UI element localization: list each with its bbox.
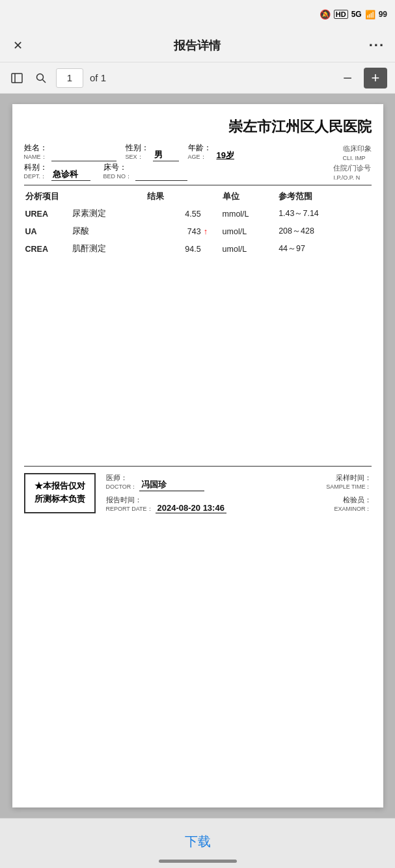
col-header-result: 结果	[146, 188, 202, 205]
examiner-label: 检验员：	[334, 495, 371, 505]
zoom-out-button[interactable]: −	[338, 68, 357, 88]
status-bar: 🔕 HD 5G 📶 99	[0, 0, 395, 29]
result-name: 尿素测定	[71, 205, 146, 223]
table-row: CREA 肌酐测定 94.5 umol/L 44～97	[24, 240, 372, 258]
sample-time-label-en: SAMPLE TIME：	[326, 483, 371, 491]
result-value: 4.55	[146, 205, 202, 223]
page-title: 报告详情	[174, 38, 221, 53]
dept-label-en: DEPT.：	[24, 172, 47, 181]
zoom-in-button[interactable]: +	[364, 68, 387, 88]
close-button[interactable]: ✕	[10, 36, 25, 55]
name-label-en: NAME：	[24, 153, 47, 161]
col-header-unit: 单位	[221, 188, 278, 205]
svg-point-2	[37, 74, 44, 80]
bottom-bar: 下载	[0, 818, 395, 868]
result-flag	[202, 240, 221, 258]
signal-label: 5G	[351, 10, 362, 19]
toolbar: of 1 − +	[0, 62, 395, 94]
result-value: 743	[146, 223, 202, 240]
results-table: 分析项目 结果 单位 参考范围 UREA 尿素测定 4.55 mmol/L 1.…	[24, 188, 372, 258]
bed-label-en: BED NO：	[103, 172, 132, 181]
battery-icon: 99	[379, 10, 387, 19]
result-range: 44～97	[277, 240, 371, 258]
report-footer: ★本报告仅对 所测标本负责 医师： DOCTOR： 冯国珍 采样时间： SAMP…	[24, 466, 372, 513]
table-top-divider	[24, 185, 372, 185]
result-flag: ↑	[202, 223, 221, 240]
bed-label: 床号：	[103, 163, 127, 172]
page-number-input[interactable]	[56, 68, 83, 88]
page-total: of 1	[90, 72, 106, 83]
result-range: 208～428	[277, 223, 371, 240]
svg-line-3	[43, 79, 46, 83]
result-code: UREA	[24, 205, 71, 223]
age-value: 19岁	[215, 150, 248, 161]
report-date-label: 报告时间：	[106, 495, 142, 505]
empty-area	[24, 258, 372, 453]
disclaimer-stamp: ★本报告仅对 所测标本负责	[24, 473, 96, 513]
name-label: 姓名：	[24, 143, 48, 153]
col-header-flag	[202, 188, 221, 205]
svg-rect-0	[12, 74, 22, 83]
result-range: 1.43～7.14	[277, 205, 371, 223]
result-unit: umol/L	[221, 223, 278, 240]
sex-label: 性别：	[126, 143, 149, 153]
col-header-range: 参考范围	[277, 188, 371, 205]
bed-value	[135, 170, 187, 181]
report-page: 崇左市江州区人民医院 姓名： NAME： 性别： SEX： 男 年龄： AGE：…	[12, 104, 383, 807]
inpatient-label: 住院/门诊号 I.P./O.P. N	[333, 163, 371, 181]
mute-icon: 🔕	[320, 9, 331, 20]
result-unit: mmol/L	[221, 205, 278, 223]
sidebar-toggle-button[interactable]	[8, 69, 26, 87]
result-flag	[202, 205, 221, 223]
footer-info: 医师： DOCTOR： 冯国珍 采样时间： SAMPLE TIME： 报告时间：…	[106, 473, 372, 513]
examiner-label-en: EXAMINOR：	[334, 505, 371, 513]
doctor-label-en: DOCTOR：	[106, 483, 137, 491]
sample-time-label: 采样时间：	[326, 473, 371, 483]
download-button[interactable]: 下载	[165, 830, 230, 853]
table-row: UA 尿酸 743 ↑ umol/L 208～428	[24, 223, 372, 240]
doctor-value: 冯国珍	[139, 479, 204, 491]
report-date-value: 2024-08-20 13:46	[156, 503, 226, 513]
age-label: 年龄：	[188, 143, 211, 153]
more-options-button[interactable]: ···	[369, 37, 385, 54]
doctor-label: 医师：	[106, 473, 128, 483]
dept-label: 科别：	[24, 163, 48, 172]
clinical-label: 临床印象 CLI. IMP	[343, 144, 372, 161]
report-date-label-en: REPORT DATE：	[106, 505, 153, 513]
document-area: 崇左市江州区人民医院 姓名： NAME： 性别： SEX： 男 年龄： AGE：…	[0, 94, 395, 818]
sex-value: 男	[153, 149, 179, 161]
table-row: UREA 尿素测定 4.55 mmol/L 1.43～7.14	[24, 205, 372, 223]
home-indicator	[159, 860, 237, 863]
col-header-item: 分析项目	[24, 188, 146, 205]
result-name: 尿酸	[71, 223, 146, 240]
hd-badge: HD	[334, 10, 348, 19]
result-unit: umol/L	[221, 240, 278, 258]
sex-label-en: SEX：	[126, 153, 143, 161]
result-code: UA	[24, 223, 71, 240]
top-nav: ✕ 报告详情 ···	[0, 29, 395, 62]
sidebar-icon	[10, 72, 23, 85]
age-label-en: AGE：	[188, 153, 206, 161]
hospital-name: 崇左市江州区人民医院	[24, 117, 372, 137]
result-value: 94.5	[146, 240, 202, 258]
signal-bars-icon: 📶	[365, 10, 375, 20]
result-code: CREA	[24, 240, 71, 258]
name-value	[51, 151, 116, 161]
result-name: 肌酐测定	[71, 240, 146, 258]
search-button[interactable]	[33, 70, 49, 87]
search-icon	[35, 72, 47, 84]
dept-value: 急诊科	[51, 169, 90, 181]
